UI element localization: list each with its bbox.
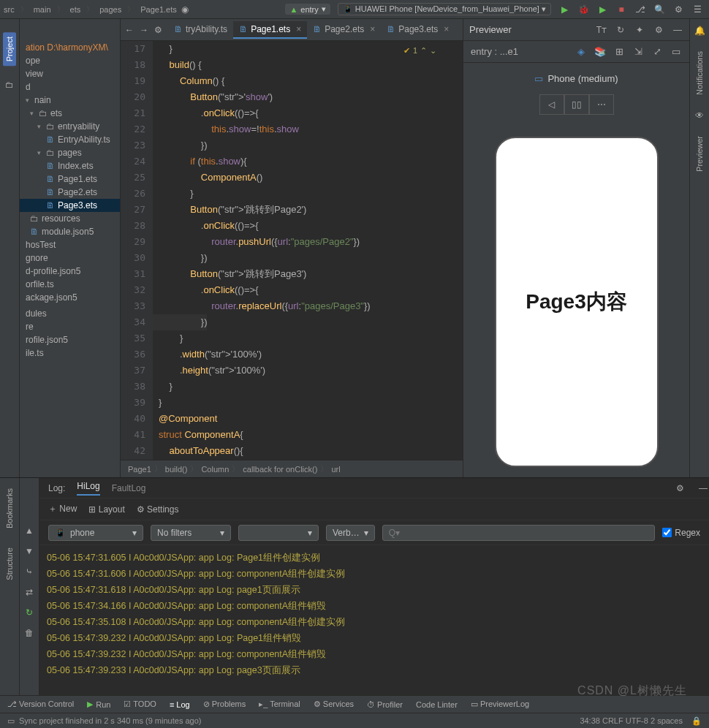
folder-icon[interactable]: 🗀 — [4, 79, 15, 91]
minimize-icon[interactable]: — — [697, 482, 709, 494]
editor-breadcrumb[interactable]: Page1 〉 build() 〉 Column 〉 callback for … — [121, 460, 463, 477]
orientation-btn[interactable]: ◁ — [539, 94, 564, 115]
forward-icon[interactable]: → — [140, 24, 148, 36]
bookmarks-tab[interactable]: Bookmarks — [5, 485, 14, 531]
tree-item[interactable]: ile.ts — [20, 346, 120, 360]
target-icon[interactable]: ◉ — [179, 4, 191, 15]
device-selector[interactable]: 📱 HUAWEI Phone [NewDevice_from_Huawei_Ph… — [338, 3, 551, 15]
tree-item[interactable]: ▾nain — [20, 94, 120, 107]
crumb-item[interactable]: Page1 — [128, 465, 151, 474]
tree-item[interactable]: dules — [20, 307, 120, 320]
crumb-item[interactable]: url — [331, 465, 340, 474]
faultlog-tab[interactable]: FaultLog — [112, 483, 146, 493]
tree-item[interactable]: orfile.ts — [20, 278, 120, 291]
tree-item[interactable]: 🗎Index.ets — [20, 159, 120, 172]
text-icon[interactable]: Tᴛ — [596, 24, 607, 36]
minimize-icon[interactable]: — — [672, 24, 683, 36]
tree-item[interactable]: view — [20, 67, 120, 80]
layout-button[interactable]: ⊞ Layout — [88, 504, 124, 515]
editor-tab[interactable]: 🗎Page2.ets× — [307, 21, 381, 39]
trash-icon[interactable]: 🗑 — [23, 627, 35, 639]
git-icon[interactable]: ⎇ — [634, 4, 646, 15]
tree-item[interactable]: ackage.json5 — [20, 291, 120, 304]
lock-icon[interactable]: 🔒 — [691, 716, 702, 726]
settings-button[interactable]: ⚙ Settings — [137, 504, 179, 515]
filter-icon[interactable]: ⇄ — [23, 586, 35, 598]
log-output[interactable]: 05-06 15:47:31.605 I A0c0d0/JSApp: app L… — [39, 545, 709, 683]
more-icon[interactable]: ☰ — [691, 4, 703, 15]
crumb-item[interactable]: build() — [165, 465, 188, 474]
gear-icon[interactable]: ⚙ — [154, 24, 162, 36]
tree-item[interactable]: 🗎Page2.ets — [20, 186, 120, 199]
gear-icon[interactable]: ⚙ — [674, 482, 686, 494]
run-config[interactable]: ▲entry▾ — [285, 4, 330, 15]
tree-item[interactable]: rofile.json5 — [20, 333, 120, 346]
device-filter[interactable]: 📱 phone▾ — [48, 525, 143, 541]
bottom-tab[interactable]: ▸_ Terminal — [259, 699, 300, 709]
gear-icon[interactable]: ⚙ — [653, 24, 664, 36]
expand-icon[interactable]: ⤢ — [651, 46, 663, 58]
log-search[interactable]: Q▾ — [382, 525, 656, 541]
new-button[interactable]: ＋ New — [48, 503, 77, 515]
tree-item[interactable]: 🗀resources — [20, 212, 120, 225]
layers-icon[interactable]: 📚 — [594, 46, 606, 58]
eye-icon[interactable]: 👁 — [694, 110, 705, 121]
bottom-tab[interactable]: ▶ Run — [87, 699, 110, 709]
bottom-tab[interactable]: ⊘ Problems — [203, 699, 246, 709]
tree-item[interactable]: re — [20, 320, 120, 333]
breadcrumb-item[interactable]: ets — [68, 5, 83, 14]
locate-icon[interactable]: ◈ — [575, 46, 587, 58]
tag-filter[interactable]: ▾ — [238, 525, 319, 541]
project-tab[interactable]: Project — [3, 32, 16, 66]
tree-item[interactable]: 🗎EntryAbility.ts — [20, 133, 120, 146]
tree-item[interactable]: ▾🗀pages — [20, 146, 120, 159]
tree-item[interactable]: hosTest — [20, 238, 120, 251]
debug-icon[interactable]: 🐞 — [577, 4, 589, 15]
filter-combo[interactable]: No filters▾ — [151, 525, 231, 541]
inspect-icon[interactable]: ✦ — [634, 24, 645, 36]
hilog-tab[interactable]: HiLog — [77, 481, 99, 496]
editor-tab[interactable]: 🗎Page1.ets× — [233, 21, 307, 39]
bottom-tab[interactable]: ⎇ Version Control — [7, 699, 74, 709]
search-icon[interactable]: 🔍 — [653, 4, 665, 15]
refresh-icon[interactable]: ↻ — [615, 24, 626, 36]
editor-tab[interactable]: 🗎tryAbility.ts — [168, 21, 233, 39]
tree-item[interactable]: 🗎Page3.ets — [20, 199, 120, 212]
breadcrumb-item[interactable]: pages — [97, 5, 124, 14]
crumb-item[interactable]: Column — [201, 465, 229, 474]
tree-item[interactable]: d-profile.json5 — [20, 265, 120, 278]
breadcrumb-item[interactable]: main — [31, 5, 53, 14]
rerun-icon[interactable]: ↻ — [23, 607, 35, 618]
bottom-tab[interactable]: ▭ PreviewerLog — [471, 699, 529, 709]
level-filter[interactable]: Verb…▾ — [326, 525, 375, 541]
project-root[interactable]: ation D:\harmonyXM\ — [20, 41, 120, 54]
tree-item[interactable]: gnore — [20, 251, 120, 265]
bottom-tab[interactable]: ⚙ Services — [314, 699, 354, 709]
breadcrumb-item[interactable]: src — [1, 5, 17, 14]
run-icon[interactable]: ▶ — [558, 4, 570, 15]
bottom-tab[interactable]: ☑ TODO — [124, 699, 156, 709]
tree-item[interactable]: ▾🗀entryability — [20, 120, 120, 133]
code-area[interactable]: ✔1⌃⌄ 17 }18 build() {19 Column() {20 But… — [121, 41, 463, 460]
bottom-tab[interactable]: ⏱ Profiler — [367, 700, 403, 709]
stop-icon[interactable]: ■ — [615, 4, 627, 15]
coverage-icon[interactable]: ▶ — [596, 4, 608, 15]
tree-item[interactable]: ope — [20, 54, 120, 67]
bell-icon[interactable]: 🔔 — [694, 25, 705, 37]
full-icon[interactable]: ▭ — [670, 46, 682, 58]
regex-toggle[interactable]: Regex — [662, 528, 700, 538]
tree-item[interactable]: 🗎module.json5 — [20, 225, 120, 238]
phone-screen[interactable]: Page3内容 — [507, 148, 647, 455]
scroll-up-icon[interactable]: ▲ — [23, 525, 35, 536]
grid-icon[interactable]: ⊞ — [613, 46, 625, 58]
breadcrumb-item[interactable]: Page1.ets — [138, 5, 179, 14]
notifications-tab[interactable]: Notifications — [695, 48, 704, 98]
breadcrumb[interactable]: srcmainetspagesPage1.ets — [1, 4, 179, 15]
tree-item[interactable]: 🗎Page1.ets — [20, 172, 120, 186]
inspection-widget[interactable]: ✔1⌃⌄ — [403, 42, 436, 58]
tree-item[interactable]: d — [20, 80, 120, 94]
collapse-icon[interactable]: ⇲ — [632, 46, 644, 58]
settings-icon[interactable]: ⚙ — [672, 4, 684, 15]
bottom-tab[interactable]: ≡ Log — [170, 700, 190, 709]
scroll-down-icon[interactable]: ▼ — [23, 545, 35, 557]
